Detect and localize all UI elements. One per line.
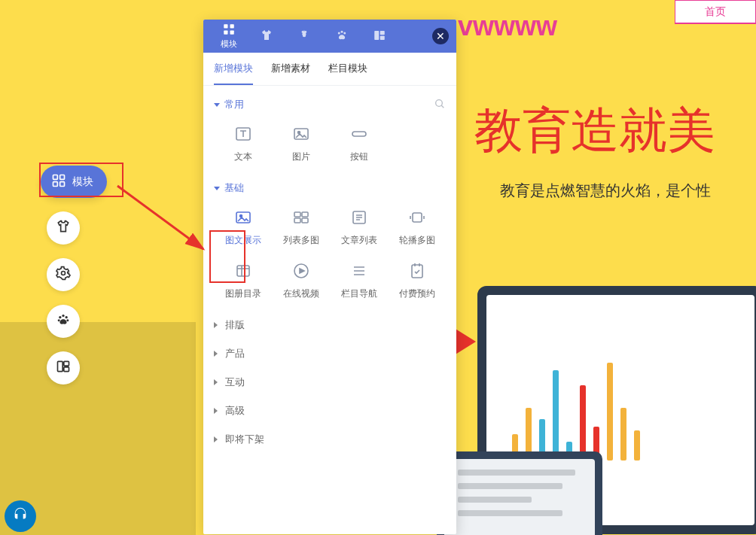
section-title: 产品 [225,347,245,360]
section-title: 排版 [225,318,245,332]
module-item-image[interactable]: 图片 [272,123,330,163]
head-tab-settings[interactable] [286,20,322,53]
svg-point-8 [58,319,60,321]
chevron-down-icon [214,187,220,190]
svg-rect-1 [60,175,65,180]
tab-new-module[interactable]: 新增模块 [214,53,253,85]
paw-icon [56,312,71,330]
bar [634,430,640,461]
tshirt-icon [56,219,71,237]
section-common-header[interactable]: 常用 [214,90,446,119]
module-item-label: 文本 [234,150,252,163]
panel-header: 模块 ✕ [203,20,456,53]
paw-icon [335,29,349,44]
module-item-listimg[interactable]: 列表多图 [272,207,330,247]
svg-point-24 [436,99,443,106]
tab-new-material[interactable]: 新增素材 [271,53,310,85]
tab-column-module[interactable]: 栏目模块 [328,53,367,85]
head-tab-module[interactable]: 模块 [211,20,247,53]
article-icon [346,207,372,228]
module-item-label: 轮播多图 [399,234,435,247]
gear-icon [297,29,311,44]
svg-rect-16 [230,31,234,35]
svg-rect-37 [413,213,422,222]
svg-line-25 [441,105,444,108]
button-icon [346,123,372,144]
text-line [458,497,532,503]
chevron-right-icon [214,379,221,385]
svg-rect-35 [302,218,308,223]
svg-rect-40 [412,265,422,278]
side-module-pill[interactable]: 模块 [41,166,107,198]
nav-home-link[interactable]: 首页 [675,0,756,24]
help-bubble-button[interactable] [5,500,36,532]
search-icon[interactable] [434,98,446,112]
head-tab-label: 模块 [221,38,237,50]
module-item-label: 图文展示 [225,234,261,247]
module-item-carousel[interactable]: 轮播多图 [388,207,446,247]
section-title: 常用 [224,98,244,111]
module-item-booking[interactable]: 付费预约 [388,260,446,300]
svg-rect-34 [294,218,300,223]
gear-icon [56,266,71,284]
text-line [458,470,575,476]
module-panel: 模块 ✕ 新增模块 新增素材 栏目模块 [203,20,456,534]
panel-body: 常用 文本图片按钮 基础 图文展示列表多图文章列表轮播多图图册目录在线视频栏目导… [203,86,456,534]
common-grid: 文本图片按钮 [214,119,446,174]
side-pill-label: 模块 [72,175,93,189]
side-settings-button[interactable] [47,258,80,291]
svg-rect-2 [53,182,58,187]
head-tab-layout[interactable] [361,20,398,53]
svg-rect-14 [230,24,234,28]
section-product-header[interactable]: 产品 [214,339,446,368]
svg-point-6 [62,315,64,317]
svg-rect-38 [237,266,249,276]
tshirt-icon [260,29,273,44]
module-item-video[interactable]: 在线视频 [272,260,330,300]
svg-rect-10 [58,361,63,371]
section-advanced-header[interactable]: 高级 [214,397,446,425]
svg-rect-23 [380,36,385,40]
hero-title: 教育造就美 [474,98,715,163]
svg-point-7 [66,316,68,318]
svg-rect-3 [60,182,65,187]
section-title: 即将下架 [225,433,264,446]
chevron-right-icon [214,322,221,328]
svg-point-20 [343,32,346,35]
section-title: 基础 [224,181,244,195]
listimg-icon [288,207,314,228]
section-layout-header[interactable]: 排版 [214,311,446,339]
svg-rect-12 [64,367,69,372]
module-item-label: 在线视频 [283,287,319,300]
section-interact-header[interactable]: 互动 [214,368,446,397]
grid-icon [222,23,236,38]
module-item-colnav[interactable]: 栏目导航 [330,260,388,300]
head-tab-extras[interactable] [324,20,360,53]
module-item-label: 按钮 [350,150,368,163]
module-item-album[interactable]: 图册目录 [214,260,272,300]
svg-point-18 [338,32,340,35]
head-tab-style[interactable] [248,20,285,53]
side-layout-button[interactable] [47,351,80,385]
module-item-label: 付费预约 [399,287,435,300]
section-basic-header[interactable]: 基础 [214,174,446,202]
module-item-article[interactable]: 文章列表 [330,207,388,247]
video-icon [288,260,314,281]
section-deprecating-header[interactable]: 即将下架 [214,425,446,454]
module-item-imgtext[interactable]: 图文展示 [214,207,272,247]
side-extras-button[interactable] [47,305,80,338]
side-style-button[interactable] [47,211,80,245]
svg-line-41 [117,186,203,249]
module-item-label: 栏目导航 [341,287,377,300]
svg-rect-0 [53,175,58,180]
module-item-text[interactable]: 文本 [214,123,272,163]
module-item-button[interactable]: 按钮 [330,123,388,163]
album-icon [230,260,256,281]
panel-close-button[interactable]: ✕ [432,28,449,44]
svg-rect-32 [294,212,300,217]
panel-tabs: 新增模块 新增素材 栏目模块 [203,53,456,86]
chevron-down-icon [214,103,220,107]
chevron-right-icon [214,408,221,414]
grid-icon [51,173,66,190]
svg-rect-13 [224,24,227,28]
